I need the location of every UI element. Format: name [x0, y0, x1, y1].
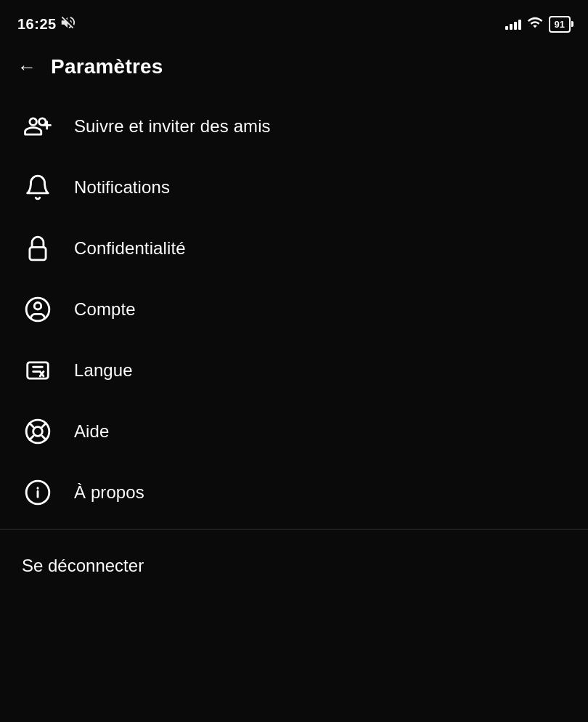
back-button[interactable]: ← — [17, 57, 36, 76]
svg-line-9 — [42, 436, 46, 439]
language-icon — [22, 354, 54, 386]
mute-icon — [60, 15, 75, 34]
svg-rect-2 — [30, 247, 46, 259]
lock-icon — [22, 232, 54, 264]
wifi-icon — [527, 15, 543, 33]
menu-label-account: Compte — [74, 299, 136, 320]
page-title: Paramètres — [51, 55, 163, 78]
svg-line-8 — [30, 423, 33, 427]
menu-label-notifications: Notifications — [74, 177, 170, 198]
svg-point-7 — [33, 427, 43, 437]
bell-icon — [22, 171, 54, 203]
svg-line-10 — [42, 423, 46, 427]
menu-label-follow-invite: Suivre et inviter des amis — [74, 116, 271, 137]
add-person-icon — [22, 110, 54, 142]
menu-label-help: Aide — [74, 421, 109, 442]
menu-item-follow-invite[interactable]: Suivre et inviter des amis — [0, 96, 588, 157]
status-time: 16:25 — [17, 16, 57, 33]
info-icon — [22, 476, 54, 508]
logout-label: Se déconnecter — [22, 556, 144, 575]
battery-indicator: 91 — [549, 16, 571, 33]
status-icons: 91 — [505, 15, 571, 33]
page-header: ← Paramètres — [0, 44, 588, 96]
menu-item-language[interactable]: Langue — [0, 340, 588, 401]
menu-item-about[interactable]: À propos — [0, 462, 588, 523]
signal-bars-icon — [505, 18, 521, 30]
menu-label-privacy: Confidentialité — [74, 238, 186, 259]
settings-menu: Suivre et inviter des amis Notifications… — [0, 96, 588, 523]
status-bar: 16:25 91 — [0, 0, 588, 44]
menu-item-privacy[interactable]: Confidentialité — [0, 218, 588, 279]
menu-item-account[interactable]: Compte — [0, 279, 588, 340]
account-icon — [22, 293, 54, 325]
menu-divider — [0, 529, 588, 530]
svg-point-4 — [34, 303, 41, 310]
menu-label-about: À propos — [74, 482, 144, 503]
help-icon — [22, 415, 54, 447]
svg-rect-5 — [28, 362, 49, 378]
menu-item-help[interactable]: Aide — [0, 401, 588, 462]
menu-label-language: Langue — [74, 360, 133, 381]
menu-item-notifications[interactable]: Notifications — [0, 157, 588, 218]
logout-button[interactable]: Se déconnecter — [0, 535, 588, 596]
svg-line-11 — [30, 436, 33, 439]
